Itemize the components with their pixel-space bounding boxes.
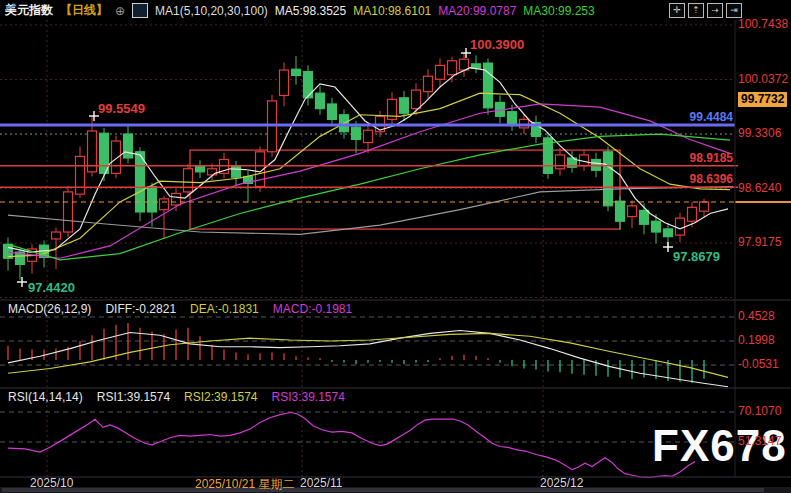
chart-canvas[interactable]	[0, 0, 791, 493]
macd-dea-value: DEA:-0.1831	[190, 302, 259, 316]
rsi3-value: RSI3:39.1574	[272, 390, 345, 404]
expand-icon[interactable]: ⊕	[115, 4, 125, 18]
toolbar: ✛⇡⇢⇥	[669, 3, 742, 18]
rsi1-value: RSI1:39.1574	[97, 390, 170, 404]
macd-settings-label: MACD(26,12,9)	[8, 302, 91, 316]
fx678-watermark: FX678	[652, 421, 787, 471]
macd-macd-value: MACD:-0.1981	[273, 302, 352, 316]
scale-axis-icon[interactable]: ⇡	[688, 3, 704, 18]
ma20-value: MA20:99.0787	[438, 4, 516, 18]
horizontal-scrollbar[interactable]	[0, 487, 791, 493]
ma30-value: MA30:99.253	[523, 4, 594, 18]
ma-settings-label: MA1(5,10,20,30,100)	[155, 4, 268, 18]
ma20-line	[8, 104, 730, 258]
macd-label-row: MACD(26,12,9) DIFF:-0.2821 DEA:-0.1831 M…	[8, 302, 352, 316]
scrollbar-handle[interactable]	[2, 488, 764, 492]
pan-icon[interactable]: ✛	[669, 3, 685, 18]
rsi-line	[8, 412, 695, 477]
rsi-label-row: RSI(14,14,14) RSI1:39.1574 RSI2:39.1574 …	[8, 390, 345, 404]
chart-type-icon[interactable]	[132, 3, 148, 18]
trading-chart-window: { "header": { "symbol": "美元指数", "period_…	[0, 0, 791, 493]
header: 美元指数【日线】 ⊕ MA1(5,10,20,30,100) MA5:98.35…	[5, 2, 595, 19]
ma10-value: MA10:98.6101	[353, 4, 431, 18]
go-to-latest-icon[interactable]: ⇥	[726, 3, 742, 18]
macd-diff-value: DIFF:-0.2821	[105, 302, 176, 316]
period-tag: 【日线】	[60, 2, 108, 19]
auto-scroll-icon[interactable]: ⇢	[707, 3, 723, 18]
ma5-value: MA5:98.3525	[275, 4, 346, 18]
rsi-settings-label: RSI(14,14,14)	[8, 390, 83, 404]
macd-histogram	[8, 323, 704, 383]
rsi2-value: RSI2:39.1574	[184, 390, 257, 404]
